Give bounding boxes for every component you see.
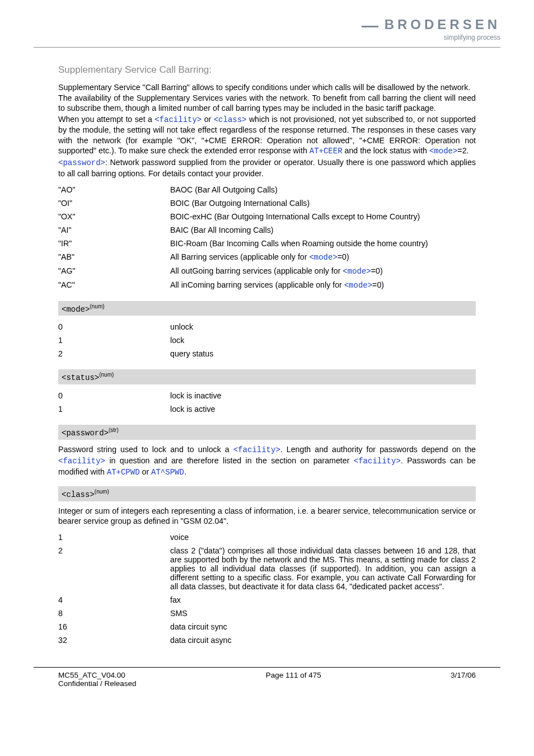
mode-table: 0unlock 1lock 2query status — [58, 320, 476, 360]
table-row: 1lock is active — [58, 402, 476, 416]
page-header: BRODERSEN simplifying process — [34, 17, 500, 41]
table-row: 4fax — [58, 593, 476, 607]
status-table: 0lock is inactive 1lock is active — [58, 389, 476, 416]
table-row: 1voice — [58, 530, 476, 544]
table-row: 1lock — [58, 334, 476, 347]
page-footer: MC55_ATC_V04.00 Confidential / Released … — [34, 671, 500, 688]
table-row: 8SMS — [58, 607, 476, 620]
table-row: "AC"All inComing barring services (appli… — [58, 278, 476, 292]
facility-table: "AO"BAOC (Bar All Outgoing Calls) "OI"BO… — [58, 183, 476, 292]
table-row: "OI"BOIC (Bar Outgoing International Cal… — [58, 196, 476, 210]
logo-accent — [362, 26, 378, 27]
password-param-header: <password>(str) — [58, 425, 476, 440]
table-row: 16data circuit sync — [58, 620, 476, 633]
password-token: <password> — [58, 158, 105, 167]
footer-date: 3/17/06 — [451, 671, 476, 688]
table-row: "OX"BOIC-exHC (Bar Outgoing Internationa… — [58, 210, 476, 223]
table-row: 0unlock — [58, 320, 476, 334]
table-row: 0lock is inactive — [58, 389, 476, 402]
at-ceer-link[interactable]: AT+CEER — [310, 147, 343, 156]
table-row: "AB"All Barring services (applicable onl… — [58, 250, 476, 264]
at-cpwd-link[interactable]: AT+CPWD — [107, 468, 140, 477]
intro-para-3: When you attempt to set a <facility> or … — [58, 114, 476, 157]
brand-logo: BRODERSEN — [385, 17, 500, 32]
mode-token: <mode> — [429, 147, 457, 156]
header-rule — [34, 47, 500, 48]
footer-rule — [34, 667, 500, 668]
table-row: "IR"BIC-Roam (Bar Incoming Calls when Ro… — [58, 237, 476, 250]
footer-page-number: Page 111 of 475 — [266, 671, 321, 688]
intro-para-4: <password>: Network password supplied fr… — [58, 157, 476, 179]
facility-token: <facility> — [154, 115, 202, 124]
table-row: 32data circuit async — [58, 633, 476, 647]
footer-confidentiality: Confidential / Released — [58, 679, 137, 688]
table-row: 2query status — [58, 347, 476, 360]
password-description: Password string used to lock and to unlo… — [58, 444, 476, 478]
class-table: 1voice 2class 2 ("data") comprises all t… — [58, 530, 476, 647]
table-row: 2class 2 ("data") comprises all those in… — [58, 544, 476, 593]
class-token: <class> — [214, 115, 247, 124]
class-param-header: <class>(num) — [58, 486, 476, 501]
table-row: "AI"BAIC (Bar All Incoming Calls) — [58, 223, 476, 237]
content-area: Supplementary Service Call Barring: Supp… — [34, 64, 500, 647]
intro-para-2: The availability of the Supplementary Se… — [58, 93, 476, 113]
section-title: Supplementary Service Call Barring: — [58, 64, 476, 76]
table-row: "AG"All outGoing barring services (appli… — [58, 264, 476, 278]
intro-para-1: Supplementary Service "Call Barring" all… — [58, 82, 476, 92]
at-spwd-link[interactable]: AT^SPWD — [151, 468, 184, 477]
brand-tagline: simplifying process — [444, 34, 500, 41]
status-param-header: <status>(num) — [58, 369, 476, 384]
class-description: Integer or sum of integers each represen… — [58, 506, 476, 526]
mode-param-header: <mode>(num) — [58, 301, 476, 316]
footer-doc-id: MC55_ATC_V04.00 — [58, 671, 137, 679]
table-row: "AO"BAOC (Bar All Outgoing Calls) — [58, 183, 476, 196]
